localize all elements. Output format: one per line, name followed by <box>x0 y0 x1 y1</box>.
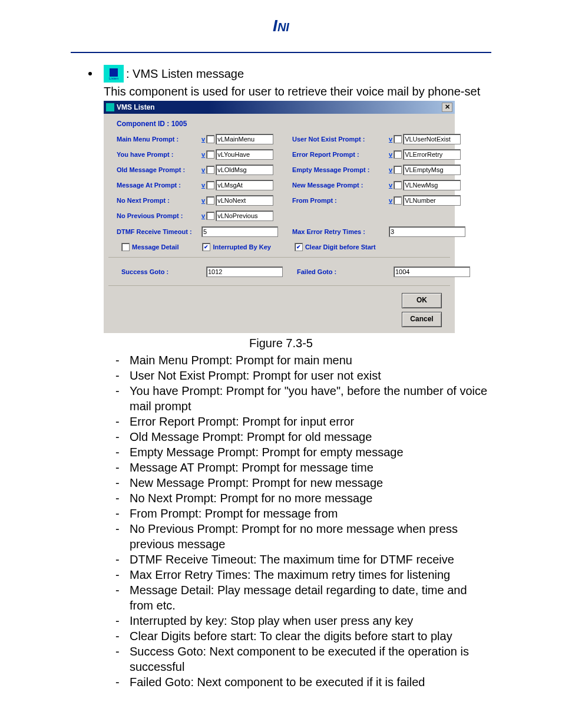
section-title: : VMS Listen message <box>126 67 244 81</box>
variable-link[interactable]: v <box>389 136 392 143</box>
new-msg-label: New Message Prompt : <box>292 182 386 189</box>
dtmf-timeout-input[interactable] <box>201 226 278 237</box>
success-goto-label: Success Goto : <box>121 268 204 275</box>
list-item: User Not Exist Prompt: Prompt for user n… <box>104 368 491 383</box>
dialog-title: VMS Listen <box>117 103 155 111</box>
empty-msg-label: Empty Message Prompt : <box>292 166 386 173</box>
clear-digit-label: Clear Digit before Start <box>305 243 376 251</box>
msg-at-label: Message At Prompt : <box>117 182 199 189</box>
success-goto-input[interactable] <box>206 266 283 277</box>
old-msg-input[interactable] <box>216 164 273 175</box>
user-not-exist-checkbox[interactable] <box>394 135 402 143</box>
close-button[interactable]: ✕ <box>442 103 452 112</box>
list-item: New Message Prompt: Prompt for new messa… <box>104 475 491 490</box>
old-msg-label: Old Message Prompt : <box>117 166 199 173</box>
failed-goto-label: Failed Goto : <box>297 268 391 275</box>
variable-link[interactable]: v <box>201 136 205 143</box>
main-menu-prompt-label: Main Menu Prompt : <box>117 136 199 143</box>
logo-icon: INI <box>273 17 289 35</box>
no-next-input[interactable] <box>216 195 273 206</box>
from-label: From Prompt : <box>292 197 386 204</box>
list-item: From Prompt: Prompt for message from <box>104 506 491 521</box>
cancel-button[interactable]: Cancel <box>402 312 442 327</box>
component-id: Component ID : 1005 <box>104 114 455 134</box>
list-item: Clear Digits before start: To clear the … <box>104 628 491 644</box>
error-report-input[interactable] <box>403 149 461 160</box>
dtmf-timeout-label: DTMF Receive Timeout : <box>117 228 199 235</box>
list-item: DTMF Receive Timeout: The maximum time f… <box>104 552 491 567</box>
message-detail-label: Message Detail <box>132 243 178 251</box>
list-item: Message Detail: Play message detail rega… <box>104 582 491 613</box>
new-msg-checkbox[interactable] <box>394 181 402 189</box>
list-item: No Previous Prompt: Prompt for no more m… <box>104 521 491 552</box>
list-item: Empty Message Prompt: Prompt for empty m… <box>104 444 491 460</box>
error-report-label: Error Report Prompt : <box>292 151 386 158</box>
no-prev-checkbox[interactable] <box>206 212 214 220</box>
msg-at-input[interactable] <box>216 180 273 190</box>
list-item: No Next Prompt: Prompt for no more messa… <box>104 490 491 506</box>
variable-link[interactable]: v <box>389 182 392 189</box>
main-menu-checkbox[interactable] <box>206 135 214 143</box>
no-next-label: No Next Prompt : <box>117 197 199 204</box>
user-not-exist-input[interactable] <box>403 134 461 144</box>
no-next-checkbox[interactable] <box>206 196 214 205</box>
list-item: Interrupted by key: Stop play when user … <box>104 613 491 628</box>
dialog-icon <box>106 103 114 111</box>
old-msg-checkbox[interactable] <box>206 166 214 174</box>
variable-link[interactable]: v <box>201 182 205 189</box>
no-prev-label: No Previous Prompt : <box>117 212 199 219</box>
variable-link[interactable]: v <box>201 151 205 158</box>
no-prev-input[interactable] <box>216 210 273 221</box>
list-item: Failed Goto: Next component to be execut… <box>104 674 491 690</box>
variable-link[interactable]: v <box>389 197 392 204</box>
variable-link[interactable]: v <box>201 197 205 204</box>
from-checkbox[interactable] <box>394 196 402 205</box>
variable-link[interactable]: v <box>389 151 392 158</box>
variable-link[interactable]: v <box>201 212 205 219</box>
new-msg-input[interactable] <box>403 180 461 190</box>
you-have-label: You have Prompt : <box>117 151 199 158</box>
from-input[interactable] <box>403 195 461 206</box>
empty-msg-checkbox[interactable] <box>394 166 402 174</box>
variable-link[interactable]: v <box>201 166 205 173</box>
list-item: You have Prompt: Prompt for "you have", … <box>104 383 491 414</box>
interrupted-label: Interrupted By Key <box>213 243 270 251</box>
dialog-titlebar: VMS Listen ✕ <box>104 101 455 114</box>
vms-listen-icon: Listen <box>104 65 124 83</box>
message-detail-checkbox[interactable] <box>121 243 130 251</box>
user-not-exist-label: User Not Exist Prompt : <box>292 136 386 143</box>
list-item: Error Report Prompt: Prompt for input er… <box>104 414 491 429</box>
list-item: Success Goto: Next component to be execu… <box>104 644 491 674</box>
msg-at-checkbox[interactable] <box>206 181 214 189</box>
you-have-input[interactable] <box>216 149 273 160</box>
list-item: Max Error Retry Times: The maximum retry… <box>104 567 491 582</box>
max-retry-input[interactable] <box>389 226 465 237</box>
failed-goto-input[interactable] <box>394 266 470 277</box>
empty-msg-input[interactable] <box>403 164 461 175</box>
bullet-icon <box>88 72 92 75</box>
section-description: This component is used for user to retri… <box>104 85 491 98</box>
list-item: Main Menu Prompt: Prompt for main menu <box>104 353 491 368</box>
interrupted-checkbox[interactable]: ✔ <box>202 243 210 251</box>
list-item: Old Message Prompt: Prompt for old messa… <box>104 429 491 444</box>
main-menu-prompt-input[interactable] <box>216 134 273 144</box>
description-list: Main Menu Prompt: Prompt for main menu U… <box>104 353 491 690</box>
section-bullet: Listen : VMS Listen message <box>88 65 491 83</box>
ok-button[interactable]: OK <box>402 293 442 308</box>
page-header: INI <box>71 0 491 53</box>
figure-caption: Figure 7.3-5 <box>71 337 491 350</box>
list-item: Message AT Prompt: Prompt for message ti… <box>104 460 491 475</box>
you-have-checkbox[interactable] <box>206 150 214 159</box>
clear-digit-checkbox[interactable]: ✔ <box>295 243 303 251</box>
max-retry-label: Max Error Retry Times : <box>292 228 386 235</box>
vms-listen-dialog: VMS Listen ✕ Component ID : 1005 Main Me… <box>104 101 455 333</box>
variable-link[interactable]: v <box>389 166 392 173</box>
error-report-checkbox[interactable] <box>394 150 402 159</box>
